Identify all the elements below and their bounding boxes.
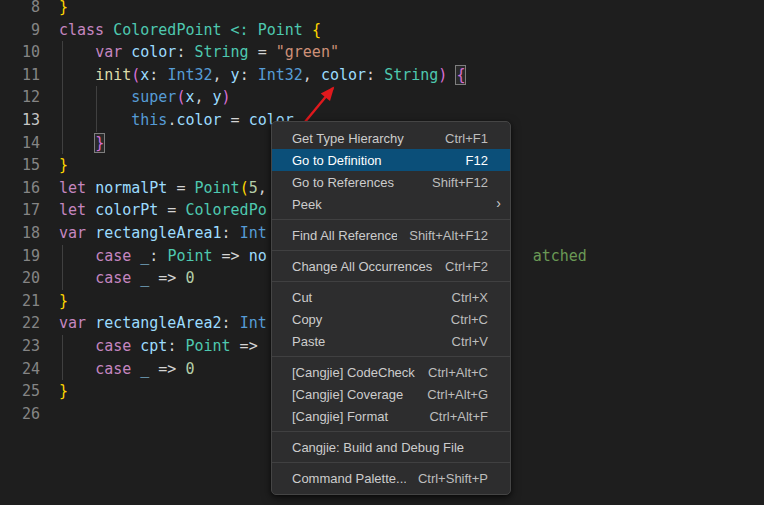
code-token: => xyxy=(149,360,185,378)
line-number[interactable]: 16 xyxy=(0,177,40,200)
code-token: Int xyxy=(240,224,267,242)
code-line[interactable]: init(x: Int32, y: Int32, color: String) … xyxy=(59,64,764,87)
code-token: 5 xyxy=(249,179,258,197)
editor-gutter: 891011121314151617181920212223242526 xyxy=(0,0,40,425)
code-token: case xyxy=(95,269,131,287)
code-token xyxy=(104,21,113,39)
line-number[interactable]: 21 xyxy=(0,290,40,313)
line-number[interactable]: 26 xyxy=(0,403,40,426)
menu-item-shortcut: Ctrl+Alt+C xyxy=(428,365,488,380)
menu-separator xyxy=(272,281,510,282)
menu-item-label: Peek xyxy=(292,197,488,212)
code-token: _ xyxy=(140,269,149,287)
menu-separator xyxy=(272,431,510,432)
code-token: : xyxy=(222,224,240,242)
code-token: ( xyxy=(240,179,249,197)
menu-item-cangjie-coverage[interactable]: [Cangjie] CoverageCtrl+Alt+G xyxy=(272,383,510,405)
menu-item-go-to-references[interactable]: Go to ReferencesShift+F12 xyxy=(272,171,510,193)
code-token: let xyxy=(59,201,86,219)
code-token: ColoredPo xyxy=(185,201,266,219)
line-number[interactable]: 20 xyxy=(0,267,40,290)
line-number[interactable]: 17 xyxy=(0,199,40,222)
line-number[interactable]: 12 xyxy=(0,86,40,109)
code-token xyxy=(59,88,131,106)
line-number[interactable]: 15 xyxy=(0,154,40,177)
code-token: ) xyxy=(222,88,231,106)
code-token xyxy=(59,66,95,84)
editor-context-menu: Get Type HierarchyCtrl+F1Go to Definitio… xyxy=(271,121,511,495)
code-token: Point xyxy=(194,179,239,197)
menu-item-label: Paste xyxy=(292,334,440,349)
menu-item-cangjie-codecheck[interactable]: [Cangjie] CodeCheckCtrl+Alt+C xyxy=(272,361,510,383)
line-number[interactable]: 9 xyxy=(0,19,40,42)
code-token: no xyxy=(249,247,267,265)
code-token xyxy=(86,314,95,332)
menu-item-command-palette[interactable]: Command Palette...Ctrl+Shift+P xyxy=(272,467,510,489)
menu-item-paste[interactable]: PasteCtrl+V xyxy=(272,330,510,352)
menu-item-label: Get Type Hierarchy xyxy=(292,131,433,146)
code-token: <: xyxy=(231,21,249,39)
code-token xyxy=(86,179,95,197)
code-token: } xyxy=(59,156,68,174)
menu-item-find-all-references[interactable]: Find All ReferencesShift+Alt+F12 xyxy=(272,224,510,246)
code-token: normalPt xyxy=(95,179,167,197)
code-line[interactable]: } xyxy=(59,0,764,19)
code-token: : xyxy=(167,337,185,355)
line-number[interactable]: 18 xyxy=(0,222,40,245)
code-token: var xyxy=(59,224,86,242)
code-token: case xyxy=(95,337,131,355)
code-token: atched xyxy=(533,247,587,265)
code-token: , xyxy=(258,179,267,197)
line-number[interactable]: 24 xyxy=(0,358,40,381)
menu-item-copy[interactable]: CopyCtrl+C xyxy=(272,308,510,330)
code-token xyxy=(59,360,95,378)
code-token: case xyxy=(95,360,131,378)
menu-item-label: Copy xyxy=(292,312,439,327)
menu-item-label: Find All References xyxy=(292,228,397,243)
code-token: cpt xyxy=(140,337,167,355)
code-token: = xyxy=(249,43,276,61)
code-token: Int32 xyxy=(167,66,212,84)
code-token: , xyxy=(194,88,212,106)
menu-item-label: Change All Occurrences xyxy=(292,259,433,274)
code-token: String xyxy=(384,66,438,84)
code-line[interactable]: super(x, y) xyxy=(59,86,764,109)
menu-item-label: [Cangjie] CodeCheck xyxy=(292,365,416,380)
code-token: : xyxy=(149,247,167,265)
code-token: "green" xyxy=(276,43,339,61)
line-number[interactable]: 14 xyxy=(0,132,40,155)
code-token: colorPt xyxy=(95,201,158,219)
code-line[interactable]: var color: String = "green" xyxy=(59,41,764,64)
code-line[interactable]: class ColoredPoint <: Point { xyxy=(59,19,764,42)
menu-item-shortcut: Shift+Alt+F12 xyxy=(409,228,488,243)
menu-item-peek[interactable]: Peek› xyxy=(272,193,510,215)
code-token xyxy=(59,111,131,129)
code-token xyxy=(59,337,95,355)
code-token xyxy=(122,43,131,61)
menu-item-cut[interactable]: CutCtrl+X xyxy=(272,286,510,308)
menu-item-cangjie-build-and-debug-file[interactable]: Cangjie: Build and Debug File xyxy=(272,436,510,458)
line-number[interactable]: 22 xyxy=(0,312,40,335)
code-token: , xyxy=(213,66,231,84)
menu-separator xyxy=(272,250,510,251)
code-token: : xyxy=(222,314,240,332)
code-token: => xyxy=(149,269,185,287)
code-token: color xyxy=(321,66,366,84)
line-number[interactable]: 23 xyxy=(0,335,40,358)
code-token xyxy=(59,43,95,61)
line-number[interactable]: 8 xyxy=(0,0,40,19)
line-number[interactable]: 25 xyxy=(0,380,40,403)
menu-item-get-type-hierarchy[interactable]: Get Type HierarchyCtrl+F1 xyxy=(272,127,510,149)
menu-item-label: Go to References xyxy=(292,175,420,190)
line-number[interactable]: 19 xyxy=(0,245,40,268)
line-number[interactable]: 13 xyxy=(0,109,40,132)
code-token: : xyxy=(366,66,384,84)
menu-separator xyxy=(272,462,510,463)
code-token: Point xyxy=(185,337,230,355)
menu-item-go-to-definition[interactable]: Go to DefinitionF12 xyxy=(272,149,510,171)
line-number[interactable]: 11 xyxy=(0,64,40,87)
menu-item-cangjie-format[interactable]: [Cangjie] FormatCtrl+Alt+F xyxy=(272,405,510,427)
menu-item-change-all-occurrences[interactable]: Change All OccurrencesCtrl+F2 xyxy=(272,255,510,277)
line-number[interactable]: 10 xyxy=(0,41,40,64)
code-token xyxy=(131,337,140,355)
